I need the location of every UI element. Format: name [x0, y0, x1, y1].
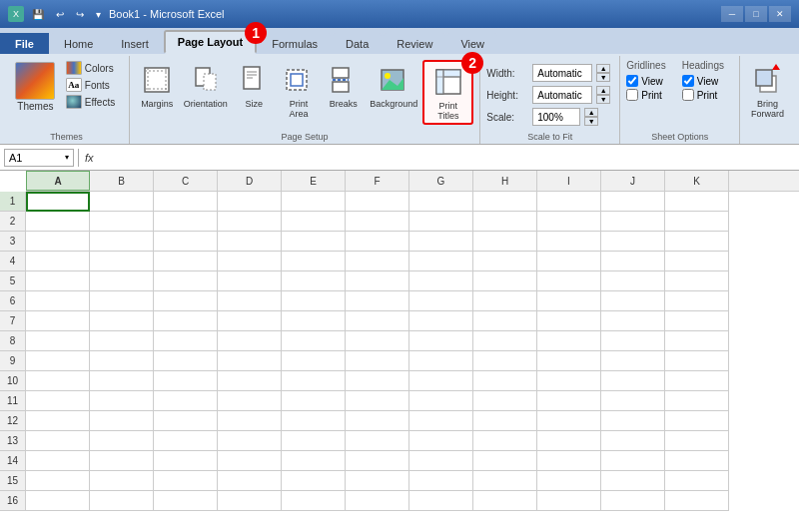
col-header-E[interactable]: E	[282, 171, 346, 191]
bring-forward-button[interactable]: BringForward	[746, 60, 789, 121]
cell-D16[interactable]	[218, 491, 282, 511]
cell-A13[interactable]	[26, 431, 90, 451]
cell-C5[interactable]	[154, 271, 218, 291]
tab-view[interactable]: View	[447, 33, 497, 54]
cell-C9[interactable]	[154, 351, 218, 371]
cell-K10[interactable]	[665, 371, 729, 391]
row-header-12[interactable]: 12	[0, 411, 26, 431]
height-input[interactable]	[532, 86, 592, 104]
fonts-button[interactable]: Aa Fonts	[63, 77, 123, 93]
cell-K5[interactable]	[665, 271, 729, 291]
width-input[interactable]	[532, 64, 592, 82]
cell-G13[interactable]	[409, 431, 473, 451]
cell-K8[interactable]	[665, 331, 729, 351]
cell-B13[interactable]	[90, 431, 154, 451]
cell-D3[interactable]	[218, 232, 282, 252]
cell-K15[interactable]	[665, 471, 729, 491]
cell-F7[interactable]	[346, 311, 409, 331]
headings-print-check[interactable]	[682, 89, 694, 101]
cell-C11[interactable]	[154, 391, 218, 411]
cell-C2[interactable]	[154, 212, 218, 232]
cell-J8[interactable]	[601, 331, 665, 351]
cell-K1[interactable]	[665, 192, 729, 212]
cell-H12[interactable]	[473, 411, 537, 431]
tab-review[interactable]: Review	[384, 33, 445, 54]
cell-A9[interactable]	[26, 351, 90, 371]
row-header-7[interactable]: 7	[0, 311, 26, 331]
cell-I8[interactable]	[537, 331, 601, 351]
cell-A16[interactable]	[26, 491, 90, 511]
cell-F4[interactable]	[346, 252, 409, 271]
cell-G2[interactable]	[409, 212, 473, 232]
cell-H9[interactable]	[473, 351, 537, 371]
print-area-button[interactable]: PrintArea	[278, 60, 321, 121]
cell-D4[interactable]	[218, 252, 282, 271]
row-header-13[interactable]: 13	[0, 431, 26, 451]
cell-E14[interactable]	[282, 451, 346, 471]
cell-J10[interactable]	[601, 371, 665, 391]
col-header-G[interactable]: G	[409, 171, 473, 191]
cell-E8[interactable]	[282, 331, 346, 351]
cell-D1[interactable]	[218, 192, 282, 212]
cell-H4[interactable]	[473, 252, 537, 271]
cell-A5[interactable]	[26, 271, 90, 291]
cell-E9[interactable]	[282, 351, 346, 371]
cell-H6[interactable]	[473, 291, 537, 311]
cell-H14[interactable]	[473, 451, 537, 471]
cell-J2[interactable]	[601, 212, 665, 232]
cell-B3[interactable]	[90, 232, 154, 252]
cell-F5[interactable]	[346, 271, 409, 291]
cell-J4[interactable]	[601, 252, 665, 271]
cell-C6[interactable]	[154, 291, 218, 311]
cell-B10[interactable]	[90, 371, 154, 391]
cell-E12[interactable]	[282, 411, 346, 431]
cell-J16[interactable]	[601, 491, 665, 511]
col-header-C[interactable]: C	[154, 171, 218, 191]
cell-G16[interactable]	[409, 491, 473, 511]
cell-K2[interactable]	[665, 212, 729, 232]
cell-G8[interactable]	[409, 331, 473, 351]
cell-G14[interactable]	[409, 451, 473, 471]
cell-B12[interactable]	[90, 411, 154, 431]
col-header-K[interactable]: K	[665, 171, 729, 191]
orientation-button[interactable]: Orientation	[181, 60, 231, 111]
row-header-4[interactable]: 4	[0, 252, 26, 271]
cell-E10[interactable]	[282, 371, 346, 391]
row-header-11[interactable]: 11	[0, 391, 26, 411]
cell-C1[interactable]	[154, 192, 218, 212]
cell-I5[interactable]	[537, 271, 601, 291]
cell-F2[interactable]	[346, 212, 409, 232]
col-header-I[interactable]: I	[537, 171, 601, 191]
cell-H3[interactable]	[473, 232, 537, 252]
cell-H10[interactable]	[473, 371, 537, 391]
cell-I13[interactable]	[537, 431, 601, 451]
cell-E6[interactable]	[282, 291, 346, 311]
cell-G5[interactable]	[409, 271, 473, 291]
cell-G12[interactable]	[409, 411, 473, 431]
cell-G6[interactable]	[409, 291, 473, 311]
tab-home[interactable]: Home	[51, 33, 106, 54]
headings-view-check[interactable]	[682, 75, 694, 87]
cell-D12[interactable]	[218, 411, 282, 431]
row-header-14[interactable]: 14	[0, 451, 26, 471]
cell-D8[interactable]	[218, 331, 282, 351]
cell-B2[interactable]	[90, 212, 154, 232]
cell-G3[interactable]	[409, 232, 473, 252]
cell-I7[interactable]	[537, 311, 601, 331]
cell-D11[interactable]	[218, 391, 282, 411]
cell-A2[interactable]	[26, 212, 90, 232]
cell-E3[interactable]	[282, 232, 346, 252]
cell-H16[interactable]	[473, 491, 537, 511]
cell-A6[interactable]	[26, 291, 90, 311]
cell-G1[interactable]	[409, 192, 473, 212]
cell-F3[interactable]	[346, 232, 409, 252]
cell-E4[interactable]	[282, 252, 346, 271]
cell-C7[interactable]	[154, 311, 218, 331]
cell-E1[interactable]	[282, 192, 346, 212]
row-header-5[interactable]: 5	[0, 271, 26, 291]
gridlines-print-check[interactable]	[626, 89, 638, 101]
cell-B14[interactable]	[90, 451, 154, 471]
cell-D10[interactable]	[218, 371, 282, 391]
cell-I9[interactable]	[537, 351, 601, 371]
cell-B11[interactable]	[90, 391, 154, 411]
